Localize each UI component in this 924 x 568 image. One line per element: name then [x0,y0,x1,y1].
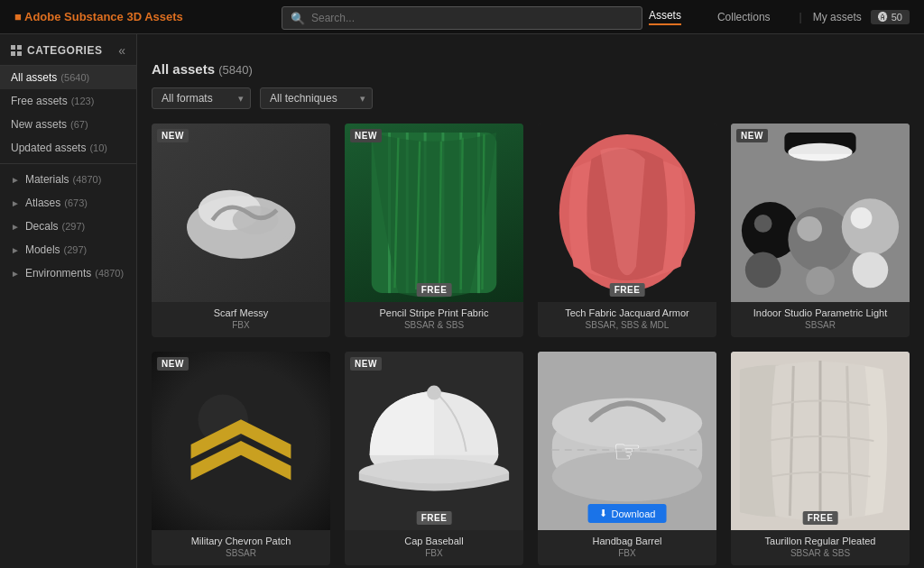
chevron-illustration [152,352,330,530]
sidebar-item-materials[interactable]: ► Materials (4870) [0,168,136,191]
asset-info-handbag: Handbag Barrel FBX [538,530,716,565]
grid-icon [11,45,22,56]
search-overlay: 🔍 [282,6,642,30]
nav-assets[interactable]: Assets [649,9,681,25]
models-label: Models [25,243,60,256]
asset-card-studio[interactable]: NEW [731,124,910,337]
asset-badge-new: NEW [157,129,189,142]
chevron-icon-models: ► [11,245,20,255]
download-icon: ⬇ [599,508,607,519]
chevron-icon-materials: ► [11,175,20,185]
asset-card-cap[interactable]: NEW FREE [345,352,523,565]
asset-badge-new-cap: NEW [350,357,382,371]
free-badge-taurillon: FREE [803,511,838,525]
asset-card-techfabric[interactable]: FREE Tech Fabric Jacquard Armor SBSAR, S… [538,124,716,337]
asset-info-cap: Cap Baseball FBX [345,530,523,565]
sidebar: CATEGORIES « All assets (5640) Free asse… [0,34,137,568]
asset-format-techfabric: SBSAR, SBS & MDL [545,320,709,330]
free-badge-cap: FREE [417,511,452,525]
chevron-icon-decals: ► [11,222,20,232]
new-assets-count: (67) [70,119,88,130]
sidebar-item-new-assets[interactable]: New assets (67) [0,113,136,136]
asset-info-taurillon: Taurillon Regular Pleated SBSAR & SBS [731,530,910,565]
scarf-illustration [170,142,312,284]
taurillon-illustration [731,352,910,530]
format-filter-wrap: All formats FBX SBSAR SBS MDL [152,87,251,109]
sidebar-item-all-assets[interactable]: All assets (5640) [0,66,136,89]
sidebar-item-decals[interactable]: ► Decals (297) [0,215,136,238]
points-badge: 🅐 50 [871,10,910,24]
environments-count: (4870) [95,268,124,279]
svg-point-26 [806,266,835,295]
asset-name-scarf: Scarf Messy [159,307,323,318]
asset-format-handbag: FBX [545,548,709,558]
svg-point-21 [788,207,852,271]
updated-assets-count: (10) [89,142,107,153]
svg-point-27 [853,252,889,289]
asset-thumb-pencil: NEW [345,124,523,302]
asset-thumb-taurillon: FREE [731,352,910,530]
main-layout: CATEGORIES « All assets (5640) Free asse… [0,34,924,568]
svg-point-24 [851,207,873,229]
asset-name-cap: Cap Baseball [352,536,516,546]
free-badge-pencil: FREE [417,283,452,297]
asset-card-pencil[interactable]: NEW [345,124,523,337]
main-content: 🔍 All assets (5840) All formats FBX SBSA… [137,34,924,568]
search-input-main[interactable] [282,6,642,30]
free-assets-label: Free assets [11,95,68,107]
asset-card-taurillon[interactable]: FREE Taurillon Regular Pleated SBSAR & S… [731,352,910,565]
svg-text:☞: ☞ [613,434,642,470]
new-assets-label: New assets [11,118,67,131]
asset-badge-new-chevron: NEW [157,357,189,371]
svg-point-23 [842,198,899,255]
asset-badge-new-pencil: NEW [350,129,382,142]
svg-point-22 [797,216,822,242]
materials-label: Materials [25,173,69,186]
title-count: (5840) [218,63,253,77]
app-logo: ■ Adobe Substance 3D Assets [14,10,183,23]
filters-row: All formats FBX SBSAR SBS MDL All techni… [152,87,910,109]
format-filter[interactable]: All formats FBX SBSAR SBS MDL [152,87,251,109]
sidebar-title: CATEGORIES [11,44,102,57]
sidebar-item-models[interactable]: ► Models (297) [0,238,136,261]
nav-separator-3: | [799,11,802,23]
page-title: All assets (5840) [152,61,910,77]
all-assets-count: (5640) [60,72,89,83]
asset-format-cap: FBX [352,548,516,558]
techfabric-illustration [538,124,716,302]
asset-format-studio: SBSAR [738,320,902,330]
app-title: Adobe Substance 3D Assets [24,10,183,23]
asset-thumb-cap: NEW FREE [345,352,523,530]
sidebar-item-atlases[interactable]: ► Atlases (673) [0,191,136,215]
svg-point-32 [427,386,441,400]
models-count: (297) [64,244,88,255]
asset-name-pencil: Pencil Stripe Print Fabric [352,307,516,318]
asset-card-scarf[interactable]: NEW Scarf Messy FBX [152,124,330,337]
download-label: Download [612,508,656,519]
sidebar-item-updated-assets[interactable]: Updated assets (10) [0,136,136,160]
asset-card-handbag[interactable]: ☞ ⬇ Download Handbag Barrel FBX [538,352,716,565]
decals-label: Decals [25,220,59,233]
asset-format-taurillon: SBSAR & SBS [738,548,902,558]
chevron-icon-environments: ► [11,269,20,279]
asset-thumb-scarf: NEW [152,124,330,302]
sidebar-item-free-assets[interactable]: Free assets (123) [0,89,136,113]
asset-name-handbag: Handbag Barrel [545,536,709,546]
asset-card-chevron[interactable]: NEW Military Chevron Patch SBSAR [152,352,330,565]
technique-filter[interactable]: All techniques Photogrammetry Procedural… [260,87,373,109]
asset-info-techfabric: Tech Fabric Jacquard Armor SBSAR, SBS & … [538,302,716,337]
sidebar-item-environments[interactable]: ► Environments (4870) [0,261,136,285]
asset-format-chevron: SBSAR [159,548,323,558]
nav-collections[interactable]: Collections [717,11,771,23]
svg-point-20 [754,215,772,233]
my-assets-button[interactable]: My assets [813,11,862,23]
asset-name-taurillon: Taurillon Regular Pleated [738,536,902,546]
asset-badge-new-studio: NEW [736,129,768,142]
studio-illustration [731,124,910,302]
asset-format-scarf: FBX [159,320,323,330]
asset-info-studio: Indoor Studio Parametric Light SBSAR [731,302,910,337]
asset-name-studio: Indoor Studio Parametric Light [738,307,902,318]
download-button-handbag[interactable]: ⬇ Download [588,504,667,523]
collapse-sidebar-button[interactable]: « [118,43,125,58]
asset-name-techfabric: Tech Fabric Jacquard Armor [545,307,709,318]
